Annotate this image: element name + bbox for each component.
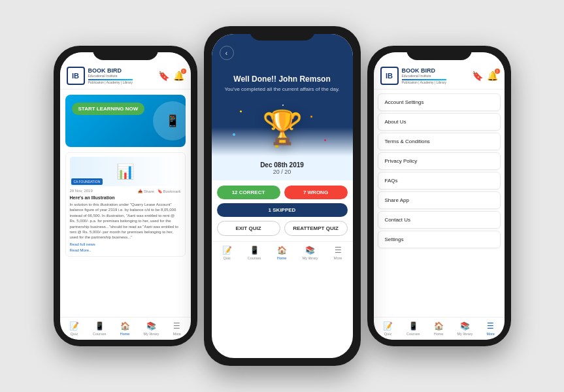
nav-more-left[interactable]: ☰ More xyxy=(173,321,181,336)
library-icon-right: 📚 xyxy=(460,321,470,331)
nav-courses-left[interactable]: 📱 Courses xyxy=(93,321,106,336)
score-date: Dec 08th 2019 xyxy=(217,161,348,169)
home-label-mid: Home xyxy=(277,256,287,260)
more-icon-right: ☰ xyxy=(487,321,494,331)
score-num: 20 / 20 xyxy=(217,169,348,175)
library-icon: 📚 xyxy=(146,321,156,331)
bottom-nav-left: 📝 Quiz 📱 Courses 🏠 Home 📚 My library ☰ xyxy=(60,317,191,340)
app-subtitle-left: Publication | Academy | Library xyxy=(88,80,133,84)
nav-home-mid[interactable]: 🏠 Home xyxy=(277,246,287,260)
logo-area-left: IB BOOK BIRD Educational Institute Publi… xyxy=(67,67,158,85)
back-button[interactable]: ‹ xyxy=(220,46,234,60)
start-learning-button[interactable]: START LEARNING NOW xyxy=(72,103,145,115)
home-icon: 🏠 xyxy=(120,321,130,331)
nav-more-mid[interactable]: ☰ More xyxy=(334,246,342,260)
header-icons-right: 🔖 🔔 3 xyxy=(472,71,498,81)
quiz-label: Quiz xyxy=(71,332,78,336)
quiz-icon: 📝 xyxy=(69,321,79,331)
correct-button[interactable]: 12 CORRECT xyxy=(217,186,280,199)
bottom-nav-right: 📝 Quiz 📱 Courses 🏠 Home 📚 My library ☰ xyxy=(374,317,505,340)
trophy-area: 🏆 xyxy=(212,99,353,156)
menu-privacy[interactable]: Privacy Policy xyxy=(378,152,501,170)
home-icon-mid: 🏠 xyxy=(277,246,287,255)
courses-icon: 📱 xyxy=(95,321,105,331)
menu-share-app[interactable]: Share App xyxy=(378,191,501,209)
phone-left-inner: IB BOOK BIRD Educational Institute Publi… xyxy=(60,52,191,340)
notif-badge-right: 3 xyxy=(495,69,500,74)
score-area: Dec 08th 2019 20 / 20 xyxy=(212,156,353,180)
share-label[interactable]: 📤 Share 🔖 Bookmark xyxy=(138,189,180,193)
app-tagline-left: Educational Institute xyxy=(88,74,133,78)
menu-list: Account Settings About Us Terms & Condit… xyxy=(374,90,505,252)
more-label-right: More xyxy=(486,332,495,336)
quiz-label-right: Quiz xyxy=(384,332,391,336)
nav-quiz-left[interactable]: 📝 Quiz xyxy=(69,321,79,336)
read-more-link[interactable]: Read More.. xyxy=(70,248,181,252)
nav-library-left[interactable]: 📚 My library xyxy=(144,321,159,336)
home-label: Home xyxy=(120,332,130,336)
notification-icon-right[interactable]: 🔔 3 xyxy=(487,71,498,81)
menu-settings[interactable]: Settings xyxy=(378,231,501,248)
courses-label-right: Courses xyxy=(406,332,420,336)
nav-home-left[interactable]: 🏠 Home xyxy=(120,321,130,336)
nav-quiz-right[interactable]: 📝 Quiz xyxy=(383,321,393,336)
library-label-mid: My library xyxy=(303,256,318,260)
library-label-right: My library xyxy=(457,332,473,336)
bookmark-icon-right[interactable]: 🔖 xyxy=(472,71,483,81)
ca-badge: CA FOUNDATION xyxy=(71,178,103,185)
app-name-left: BOOK BIRD xyxy=(88,68,133,74)
nav-library-mid[interactable]: 📚 My library xyxy=(303,246,318,260)
notif-badge-dot: 3 xyxy=(181,69,186,74)
banner-illustration: 📱 xyxy=(153,101,186,140)
logo-box-left: IB xyxy=(67,67,85,85)
home-label-right: Home xyxy=(434,332,444,336)
skipped-button[interactable]: 1 SKIPPED xyxy=(217,203,348,217)
nav-home-right[interactable]: 🏠 Home xyxy=(434,321,444,336)
menu-terms[interactable]: Terms & Conditions xyxy=(378,133,501,150)
library-label: My library xyxy=(144,332,159,336)
app-name-right: BOOK BIRD xyxy=(402,68,446,74)
notch-right xyxy=(406,46,472,60)
wrong-button[interactable]: 7 WRONG xyxy=(284,186,348,199)
quiz-icon-right: 📝 xyxy=(383,321,393,331)
library-icon-mid: 📚 xyxy=(305,246,315,255)
more-icon-mid: ☰ xyxy=(335,246,342,255)
logo-text-left: BOOK BIRD Educational Institute Publicat… xyxy=(88,68,133,84)
logo-box-right: IB xyxy=(380,67,399,85)
exit-quiz-button[interactable]: EXIT QUIZ xyxy=(217,221,280,236)
article-meta: 29 Nov, 2019 📤 Share 🔖 Bookmark xyxy=(70,189,181,193)
menu-contact-us[interactable]: Contact Us xyxy=(378,211,501,229)
phone-left: IB BOOK BIRD Educational Institute Publi… xyxy=(54,46,197,346)
bookmark-icon[interactable]: 🔖 xyxy=(158,71,169,81)
quiz-result-area: Well Done!! John Remson You've completed… xyxy=(212,68,353,99)
nav-courses-right[interactable]: 📱 Courses xyxy=(406,321,420,336)
exit-reattempt-row: EXIT QUIZ REATTEMPT QUIZ xyxy=(217,221,348,236)
banner-left: START LEARNING NOW 📱 xyxy=(65,95,186,147)
menu-account-settings[interactable]: Account Settings xyxy=(378,93,501,111)
reattempt-quiz-button[interactable]: REATTEMPT QUIZ xyxy=(284,221,348,236)
correct-wrong-row: 12 CORRECT 7 WRONG xyxy=(217,186,348,199)
article-illustration: 📊 xyxy=(116,163,134,180)
menu-faqs[interactable]: FAQs xyxy=(378,172,501,189)
courses-icon-mid: 📱 xyxy=(250,246,259,255)
quiz-label-mid: Quiz xyxy=(223,256,230,260)
logo-area-right: IB BOOK BIRD Educational Institute Publi… xyxy=(380,67,472,85)
phone-right-inner: IB BOOK BIRD Educational Institute Publi… xyxy=(374,52,505,340)
home-icon-right: 🏠 xyxy=(434,321,444,331)
read-full-link[interactable]: Read full news xyxy=(70,242,181,246)
logo-text-right: BOOK BIRD Educational Institute Publicat… xyxy=(402,68,446,84)
more-label: More xyxy=(173,332,181,336)
menu-about-us[interactable]: About Us xyxy=(378,113,501,131)
notch-left xyxy=(93,46,158,60)
courses-label: Courses xyxy=(93,332,106,336)
nav-more-right[interactable]: ☰ More xyxy=(486,321,495,336)
notification-icon[interactable]: 🔔 3 xyxy=(173,71,184,81)
header-icons-left: 🔖 🔔 3 xyxy=(158,71,184,81)
article-body: In solution to this illustration under "… xyxy=(70,202,181,240)
result-buttons: 12 CORRECT 7 WRONG 1 SKIPPED EXIT QUIZ R… xyxy=(212,180,353,241)
nav-quiz-mid[interactable]: 📝 Quiz xyxy=(222,246,232,260)
bottom-nav-mid: 📝 Quiz 📱 Courses 🏠 Home 📚 My library ☰ xyxy=(212,241,353,264)
result-subtitle: You've completed all the current affairs… xyxy=(218,86,346,92)
nav-library-right[interactable]: 📚 My library xyxy=(457,321,473,336)
nav-courses-mid[interactable]: 📱 Courses xyxy=(248,246,261,260)
